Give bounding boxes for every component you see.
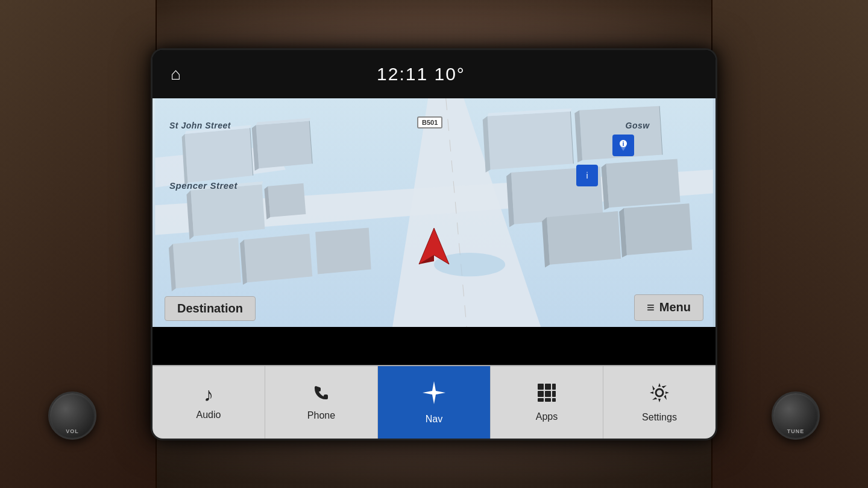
svg-rect-45: [538, 384, 544, 390]
bottom-nav: ♪ Audio Phone Nav: [153, 366, 715, 439]
infotainment-screen: ⌂ 12:11 10°: [151, 48, 717, 440]
phone-label: Phone: [307, 410, 335, 421]
settings-label: Settings: [642, 412, 677, 423]
svg-text:i: i: [586, 171, 588, 180]
settings-icon: [649, 382, 670, 408]
menu-label: Menu: [659, 300, 691, 314]
svg-rect-53: [552, 398, 556, 402]
navigation-arrow: [416, 225, 452, 270]
svg-rect-52: [545, 398, 551, 402]
audio-label: Audio: [197, 410, 221, 420]
svg-marker-16: [488, 111, 574, 169]
apps-label: Apps: [536, 411, 558, 422]
menu-icon: ≡: [647, 300, 655, 315]
svg-marker-5: [185, 128, 253, 183]
home-icon[interactable]: ⌂: [171, 65, 181, 84]
nav-item-nav[interactable]: Nav: [378, 366, 491, 439]
svg-marker-23: [606, 159, 680, 208]
phone-icon: [312, 384, 330, 407]
svg-rect-49: [545, 391, 551, 397]
time-temperature: 12:11 10°: [377, 64, 465, 84]
top-bar: ⌂ 12:11 10°: [153, 50, 715, 98]
svg-marker-14: [268, 183, 306, 217]
svg-marker-32: [624, 203, 692, 255]
nav-item-settings[interactable]: Settings: [603, 366, 715, 439]
map-view[interactable]: St John Street Spencer Street Gosw B501 …: [153, 98, 715, 327]
apps-icon: [536, 382, 557, 408]
svg-rect-47: [552, 384, 556, 390]
nav-label: Nav: [426, 414, 442, 425]
vol-label: VOL: [66, 428, 79, 434]
destination-button[interactable]: Destination: [165, 296, 256, 321]
menu-button[interactable]: ≡ Menu: [634, 294, 703, 321]
street-label-spencer: Spencer Street: [169, 180, 237, 191]
nav-item-apps[interactable]: Apps: [491, 366, 603, 439]
svg-text:i: i: [622, 140, 624, 147]
audio-icon: ♪: [204, 384, 213, 406]
nav-icon: [421, 380, 447, 410]
svg-rect-50: [552, 391, 556, 397]
svg-point-54: [656, 389, 663, 396]
nav-item-phone[interactable]: Phone: [265, 366, 378, 439]
nav-item-audio[interactable]: ♪ Audio: [153, 366, 265, 439]
svg-rect-51: [538, 398, 544, 402]
poi-marker-2: i: [576, 165, 598, 186]
svg-marker-29: [315, 227, 371, 274]
svg-marker-11: [190, 184, 265, 236]
tune-label: TUNE: [787, 428, 805, 434]
svg-marker-30: [547, 211, 621, 265]
svg-marker-25: [173, 238, 241, 288]
svg-rect-46: [545, 384, 551, 390]
svg-marker-8: [256, 121, 313, 168]
map-svg: [153, 98, 715, 327]
street-label-gosw: Gosw: [626, 121, 650, 130]
poi-marker-1: i: [612, 135, 634, 156]
vol-knob[interactable]: VOL: [48, 391, 96, 440]
svg-marker-27: [244, 233, 312, 282]
street-label-st-john: St John Street: [169, 121, 231, 130]
svg-marker-44: [423, 381, 445, 404]
svg-rect-48: [538, 391, 544, 397]
road-sign-b501: B501: [417, 116, 442, 128]
tune-knob[interactable]: TUNE: [772, 391, 820, 440]
